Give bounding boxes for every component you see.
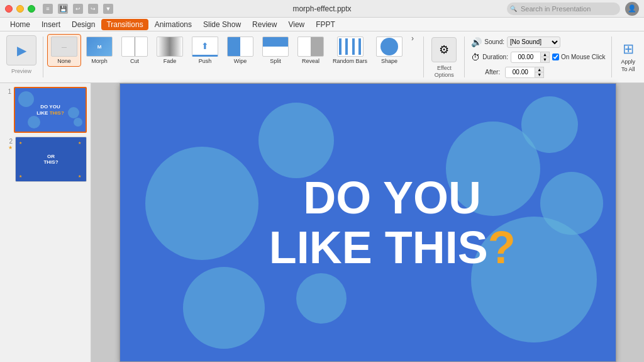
clock-icon: ⏱: [471, 52, 480, 62]
canvas-area: DO YOU LIKE THIS?: [91, 83, 644, 362]
slide-number-1: 1: [4, 87, 11, 95]
wipe-label: Wipe: [234, 58, 247, 64]
menu-fppt[interactable]: FPPT: [311, 19, 340, 30]
main-area: 1 DO YOULIKE THIS? 2 ★: [0, 83, 644, 362]
transition-split[interactable]: Split: [258, 34, 292, 67]
fade-label: Fade: [164, 58, 177, 64]
timing-group: 🔊 Sound: [No Sound] ⏱ Duration: 00.00 ▲ …: [469, 34, 608, 80]
scroll-right-button[interactable]: ›: [408, 34, 418, 43]
redo-icon[interactable]: ↪: [88, 4, 98, 14]
canvas-line2-text: LIKE THIS: [269, 222, 488, 273]
slide-1-text: DO YOULIKE THIS?: [36, 104, 64, 116]
randombars-thumb: [337, 37, 364, 57]
close-button[interactable]: [5, 5, 13, 13]
menu-animations[interactable]: Animations: [150, 19, 197, 30]
randombars-label: Random Bars: [333, 58, 367, 64]
push-label: Push: [199, 58, 212, 64]
minimize-button[interactable]: [16, 5, 24, 13]
after-label: After:: [485, 69, 502, 76]
window-controls[interactable]: [5, 5, 35, 13]
duration-row: ⏱ Duration: 00.00 ▲ ▼ On Mouse Click: [471, 52, 605, 63]
divider-4: [611, 37, 612, 77]
transition-fade[interactable]: Fade: [153, 34, 187, 67]
preview-label: Preview: [11, 68, 31, 74]
slide-thumb-2[interactable]: ★ ★ ★ ★ ORTHIS?: [15, 137, 87, 181]
sound-select[interactable]: [No Sound]: [507, 37, 560, 48]
after-input-group: 00.00 ▲ ▼: [505, 67, 544, 78]
transition-shape[interactable]: Shape: [372, 34, 406, 67]
slide1-circle-4: [74, 118, 82, 127]
duration-down[interactable]: ▼: [541, 57, 550, 63]
transition-none[interactable]: — None: [47, 34, 81, 67]
canvas-question: ?: [488, 222, 516, 273]
window-title: morph-effect.pptx: [292, 4, 351, 13]
menu-transitions[interactable]: Transitions: [101, 19, 148, 30]
slide-1-bg: DO YOULIKE THIS?: [15, 88, 86, 132]
title-bar-right: Search in Presentation 👤: [507, 2, 639, 16]
canvas-circle-2: [258, 103, 334, 178]
transition-morph[interactable]: M Morph: [82, 34, 116, 67]
apply-to-all-button[interactable]: ⊞ ApplyTo All: [616, 34, 640, 80]
canvas-main-text: DO YOU LIKE THIS?: [269, 173, 516, 272]
duration-input[interactable]: 00.00: [511, 52, 541, 63]
canvas-circle-8: [296, 273, 347, 324]
more-icon[interactable]: ▼: [103, 4, 113, 14]
preview-button[interactable]: ▶: [6, 35, 36, 65]
menu-home[interactable]: Home: [5, 19, 35, 30]
slide2-star-4: ★: [78, 174, 81, 178]
sidebar-icon[interactable]: ≡: [43, 4, 53, 14]
menu-design[interactable]: Design: [67, 19, 100, 30]
search-bar[interactable]: Search in Presentation: [507, 3, 620, 15]
undo-icon[interactable]: ↩: [73, 4, 83, 14]
cut-thumb: [121, 37, 148, 57]
transition-reveal[interactable]: Reveal: [294, 34, 328, 67]
cut-label: Cut: [130, 58, 139, 64]
transition-wipe[interactable]: Wipe: [223, 34, 257, 67]
transition-push[interactable]: ⬆ Push: [188, 34, 222, 67]
on-mouse-click-checkbox[interactable]: [552, 54, 559, 60]
slide-panel: 1 DO YOULIKE THIS? 2 ★: [0, 83, 91, 362]
canvas-line2: LIKE THIS?: [269, 223, 516, 273]
slide-canvas[interactable]: DO YOU LIKE THIS?: [119, 83, 616, 362]
menu-review[interactable]: Review: [247, 19, 282, 30]
sound-label: Sound:: [484, 38, 504, 45]
after-down[interactable]: ▼: [535, 72, 544, 78]
apply-all-label: ApplyTo All: [621, 59, 635, 73]
slide-thumb-1[interactable]: DO YOULIKE THIS?: [14, 87, 87, 133]
transition-randombars[interactable]: Random Bars: [329, 34, 371, 67]
save-icon[interactable]: 💾: [58, 4, 68, 14]
transition-cut[interactable]: Cut: [118, 34, 152, 67]
menu-bar: Home Insert Design Transitions Animation…: [0, 18, 644, 31]
menu-slideshow[interactable]: Slide Show: [198, 19, 246, 30]
push-thumb: ⬆: [192, 37, 218, 57]
apply-all-icon: ⊞: [623, 41, 634, 57]
effect-options-button[interactable]: ⚙: [431, 37, 457, 62]
shape-label: Shape: [381, 58, 397, 64]
duration-input-group: 00.00 ▲ ▼: [511, 52, 550, 63]
canvas-line1: DO YOU: [269, 173, 516, 222]
user-avatar[interactable]: 👤: [625, 2, 639, 16]
slide-1-inner: DO YOULIKE THIS?: [15, 88, 86, 132]
canvas-circle-1: [145, 147, 258, 260]
sound-icon: 🔊: [471, 37, 482, 47]
wipe-thumb: [227, 37, 253, 57]
after-spinner: ▲ ▼: [535, 67, 544, 78]
slide-thumb-container-2: 2 ★ ★ ★ ★ ★ ORTHIS?: [4, 137, 87, 181]
maximize-button[interactable]: [28, 5, 35, 13]
split-label: Split: [270, 58, 281, 64]
menu-insert[interactable]: Insert: [36, 19, 65, 30]
menu-view[interactable]: View: [283, 19, 309, 30]
on-mouse-click-row: On Mouse Click: [552, 54, 606, 60]
slide-number-2: 2: [5, 137, 13, 145]
after-input[interactable]: 00.00: [505, 67, 535, 78]
ribbon: ▶ Preview — None M Morph: [0, 31, 644, 83]
sound-row: 🔊 Sound: [No Sound]: [471, 37, 605, 48]
reveal-label: Reveal: [302, 58, 319, 64]
duration-up[interactable]: ▲: [541, 52, 550, 57]
divider-2: [423, 37, 424, 77]
duration-label: Duration:: [482, 54, 508, 60]
slide-thumb-container-1: 1 DO YOULIKE THIS?: [4, 87, 87, 133]
after-up[interactable]: ▲: [535, 67, 544, 72]
on-mouse-click-label: On Mouse Click: [561, 54, 606, 60]
slide-2-bg: ★ ★ ★ ★ ORTHIS?: [16, 137, 86, 181]
